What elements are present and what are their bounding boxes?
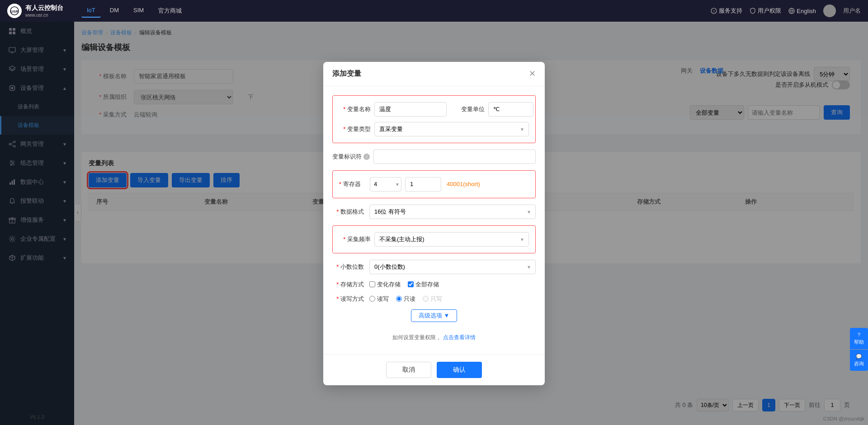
cancel-button[interactable]: 取消	[386, 362, 431, 378]
consult-button[interactable]: 💬 咨询	[850, 350, 868, 371]
data-format-select[interactable]: 16位 有符号	[369, 205, 536, 219]
var-id-info-icon[interactable]: i	[363, 154, 370, 160]
storage-row: 存储方式 变化存储 全部存储	[332, 280, 536, 289]
help-button[interactable]: ? 帮助	[850, 328, 868, 349]
var-type-select-wrapper: 直采变量 ▼	[374, 122, 529, 136]
tip-text: 如何设置变量权限，	[392, 334, 441, 341]
decimal-label: 小数位数	[332, 263, 364, 271]
consult-label: 咨询	[850, 360, 868, 367]
globe-icon	[788, 8, 795, 14]
storage-change-item[interactable]: 变化存储	[369, 280, 401, 289]
modal-header: 添加变量 ✕	[323, 62, 545, 86]
modal-footer: 取消 确认	[323, 354, 545, 385]
register-section: 寄存器 4 1 3 ▼ 40001(short)	[332, 170, 536, 198]
var-name-input[interactable]	[374, 102, 447, 117]
register-row: 寄存器 4 1 3 ▼ 40001(short)	[339, 177, 529, 191]
storage-change-label: 变化存储	[377, 280, 401, 289]
nav-sim[interactable]: SIM	[128, 4, 149, 18]
storage-label: 存储方式	[332, 280, 364, 289]
var-id-row: 变量标识符 i	[332, 149, 536, 164]
help-label: 帮助	[850, 339, 868, 346]
collect-freq-select-wrapper: 不采集(主动上报) ▼	[374, 232, 529, 247]
collect-freq-label: 采集频率	[339, 235, 371, 243]
data-format-select-wrapper: 16位 有符号 ▼	[369, 205, 536, 219]
storage-all-label: 全部存储	[415, 280, 439, 289]
nav-right: ? 服务支持 用户权限 English 用户名	[711, 5, 861, 17]
advanced-options-button[interactable]: 高级选项 ▼	[411, 309, 458, 322]
nav-dm[interactable]: DM	[104, 4, 124, 18]
svg-text:USR: USR	[11, 9, 19, 14]
advanced-chevron-icon: ▼	[444, 312, 450, 319]
register-code-text: 40001(short)	[447, 181, 480, 187]
permission-link[interactable]: 用户权限	[750, 7, 781, 15]
var-name-label: 变量名称	[339, 105, 371, 113]
modal-body: 变量名称 变量单位 变量类型 直采变量 ▼	[323, 86, 545, 354]
tip-link[interactable]: 点击查看详情	[443, 334, 476, 341]
advanced-options-wrapper: 高级选项 ▼	[332, 309, 536, 328]
rw-label2: 读写	[377, 295, 389, 303]
collect-freq-select[interactable]: 不采集(主动上报)	[374, 232, 529, 247]
readonly-item[interactable]: 只读	[396, 295, 415, 303]
var-type-select[interactable]: 直采变量	[374, 122, 529, 136]
readonly-label: 只读	[404, 295, 415, 303]
storage-change-checkbox[interactable]	[369, 281, 375, 287]
var-unit-input[interactable]	[488, 102, 533, 117]
language-link[interactable]: English	[788, 8, 816, 14]
data-format-row: 数据格式 16位 有符号 ▼	[332, 205, 536, 219]
nav-shop[interactable]: 官方商城	[153, 4, 187, 18]
var-name-unit-row: 变量名称 变量单位	[339, 102, 529, 117]
rw-item[interactable]: 读写	[369, 295, 389, 303]
var-type-row: 变量类型 直采变量 ▼	[339, 122, 529, 136]
register-type-wrapper: 4 1 3 ▼	[370, 177, 401, 191]
advanced-btn-label: 高级选项	[419, 312, 442, 320]
question-float-icon: ?	[850, 332, 868, 338]
storage-all-checkbox[interactable]	[408, 281, 414, 287]
var-unit-label: 变量单位	[461, 105, 485, 113]
readonly-radio[interactable]	[396, 296, 402, 302]
collect-freq-row: 采集频率 不采集(主动上报) ▼	[339, 232, 529, 247]
logo-text: 有人云控制台 www.usr.cn	[25, 4, 63, 18]
writeonly-radio	[423, 296, 429, 302]
confirm-button[interactable]: 确认	[437, 362, 482, 378]
rw-row: 读写方式 读写 只读 只写	[332, 295, 536, 303]
nav-links: IoT DM SIM 官方商城	[81, 4, 700, 18]
username-text: 用户名	[843, 7, 861, 15]
var-id-label: 变量标识符 i	[332, 153, 370, 161]
shield-icon	[750, 8, 756, 14]
storage-options: 变化存储 全部存储	[369, 280, 439, 289]
chat-icon: 💬	[850, 353, 868, 360]
writeonly-label: 只写	[430, 295, 442, 303]
storage-all-item[interactable]: 全部存储	[408, 280, 439, 289]
support-link[interactable]: ? 服务支持	[711, 7, 742, 15]
nav-iot[interactable]: IoT	[81, 4, 101, 18]
modal-close-button[interactable]: ✕	[529, 70, 536, 78]
register-label: 寄存器	[339, 180, 366, 188]
top-navigation: USR 有人云控制台 www.usr.cn IoT DM SIM 官方商城 ? …	[0, 0, 868, 22]
collect-freq-section: 采集频率 不采集(主动上报) ▼	[332, 225, 536, 253]
data-format-label: 数据格式	[332, 208, 364, 216]
modal-title: 添加变量	[332, 69, 361, 79]
var-type-label: 变量类型	[339, 125, 371, 133]
add-variable-modal: 添加变量 ✕ 变量名称 变量单位 变量类型 直采变量	[323, 62, 545, 385]
modal-overlay: 添加变量 ✕ 变量名称 变量单位 变量类型 直采变量	[0, 22, 868, 425]
var-basic-section: 变量名称 变量单位 变量类型 直采变量 ▼	[332, 95, 536, 143]
var-id-input[interactable]	[373, 149, 536, 164]
user-avatar[interactable]	[823, 5, 836, 17]
modal-tip: 如何设置变量权限， 点击查看详情	[332, 334, 536, 341]
rw-label: 读写方式	[332, 295, 364, 303]
register-type-select[interactable]: 4 1 3	[370, 177, 401, 191]
svg-text:?: ?	[713, 9, 715, 14]
logo-area: USR 有人云控制台 www.usr.cn	[7, 4, 71, 18]
rw-radio[interactable]	[369, 296, 375, 302]
decimal-row: 小数位数 0(小数位数) ▼	[332, 260, 536, 274]
register-value-input[interactable]	[405, 177, 441, 191]
decimal-select-wrapper: 0(小数位数) ▼	[369, 260, 536, 274]
logo-icon: USR	[7, 4, 22, 18]
rw-options: 读写 只读 只写	[369, 295, 442, 303]
writeonly-item[interactable]: 只写	[423, 295, 442, 303]
float-help-panel: ? 帮助 💬 咨询	[850, 328, 868, 371]
question-icon: ?	[711, 8, 717, 14]
decimal-select[interactable]: 0(小数位数)	[369, 260, 536, 274]
